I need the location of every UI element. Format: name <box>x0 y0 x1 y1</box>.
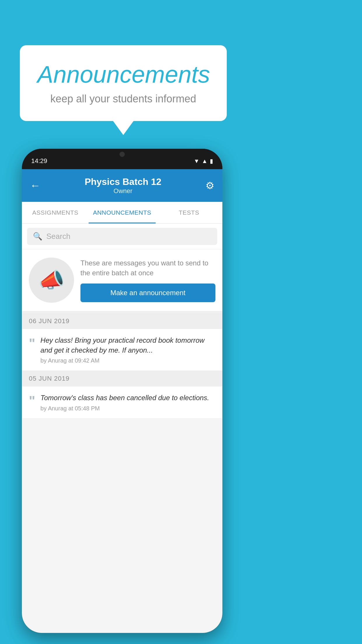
header-title: Physics Batch 12 <box>41 176 205 187</box>
tab-assignments[interactable]: ASSIGNMENTS <box>22 202 89 223</box>
date-label-1: 06 JUN 2019 <box>29 317 69 325</box>
quote-icon-2: " <box>29 394 35 407</box>
bubble-subtitle: keep all your students informed <box>37 93 209 105</box>
speech-bubble: Announcements keep all your students inf… <box>20 45 227 121</box>
quote-icon-1: " <box>29 337 35 350</box>
camera <box>120 152 125 157</box>
announcement-content-2: Tomorrow's class has been cancelled due … <box>41 393 215 412</box>
signal-icon: ▲ <box>202 158 208 164</box>
tab-tests[interactable]: TESTS <box>156 202 222 223</box>
settings-icon[interactable]: ⚙ <box>205 180 214 191</box>
prompt-right: These are messages you want to send to t… <box>80 258 215 302</box>
app-header: ← Physics Batch 12 Owner ⚙ <box>22 169 222 202</box>
wifi-icon: ▼ <box>194 158 199 164</box>
announcement-text-1: Hey class! Bring your practical record b… <box>41 335 215 355</box>
tabs-bar: ASSIGNMENTS ANNOUNCEMENTS TESTS <box>22 202 222 224</box>
prompt-text: These are messages you want to send to t… <box>80 258 215 278</box>
search-input[interactable]: Search <box>46 232 70 241</box>
announcement-text-2: Tomorrow's class has been cancelled due … <box>41 393 215 403</box>
speech-bubble-section: Announcements keep all your students inf… <box>20 45 227 121</box>
date-label-2: 05 JUN 2019 <box>29 375 69 382</box>
date-separator-1: 06 JUN 2019 <box>22 313 222 329</box>
phone-screen: ← Physics Batch 12 Owner ⚙ ASSIGNMENTS A… <box>22 169 222 633</box>
back-button[interactable]: ← <box>30 179 41 192</box>
date-separator-2: 05 JUN 2019 <box>22 371 222 386</box>
search-bar[interactable]: 🔍 Search <box>27 228 217 245</box>
search-icon: 🔍 <box>33 232 42 241</box>
announcement-meta-1: by Anurag at 09:42 AM <box>41 357 215 364</box>
phone-frame: 14:29 ▼ ▲ ▮ ← Physics Batch 12 Owner ⚙ A… <box>22 149 222 633</box>
phone-notch: 14:29 ▼ ▲ ▮ <box>22 149 222 169</box>
announcement-prompt: 📣 These are messages you want to send to… <box>22 249 222 313</box>
megaphone-circle: 📣 <box>29 258 74 303</box>
announcement-meta-2: by Anurag at 05:48 PM <box>41 405 215 412</box>
status-icons: ▼ ▲ ▮ <box>194 158 213 164</box>
announcement-item-2[interactable]: " Tomorrow's class has been cancelled du… <box>22 386 222 419</box>
battery-icon: ▮ <box>210 158 213 164</box>
header-center: Physics Batch 12 Owner <box>41 176 205 195</box>
bubble-title: Announcements <box>37 61 209 88</box>
tab-announcements[interactable]: ANNOUNCEMENTS <box>89 202 155 223</box>
megaphone-icon: 📣 <box>38 268 65 293</box>
header-subtitle: Owner <box>41 187 205 195</box>
announcement-content-1: Hey class! Bring your practical record b… <box>41 335 215 364</box>
announcement-item-1[interactable]: " Hey class! Bring your practical record… <box>22 329 222 371</box>
make-announcement-button[interactable]: Make an announcement <box>80 284 215 302</box>
search-bar-container: 🔍 Search <box>22 224 222 249</box>
status-time: 14:29 <box>31 157 47 165</box>
